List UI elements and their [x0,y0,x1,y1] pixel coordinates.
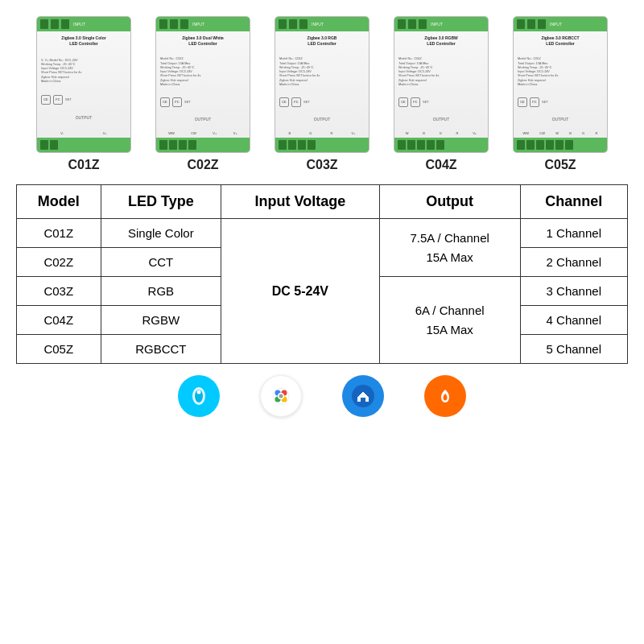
cell-channel-c02z: 2 Channel [520,248,627,277]
product-label-c04z: C04Z [425,158,456,172]
bottom-terminals-c01z [37,138,130,152]
svg-point-10 [279,394,283,398]
cell-led-c04z: RGBW [101,306,221,335]
device-image-c03z: INPUT Zigbee 3.0 RGBLED Controller Model… [275,16,369,153]
device-body-c01z: Zigbee 3.0 Single ColorLED Controller V-… [37,31,130,138]
top-terminals-c03z: INPUT [275,17,369,31]
cell-model-c01z: C01Z [17,219,101,248]
svg-point-3 [197,390,201,394]
device-body-c03z: Zigbee 3.0 RGBLED Controller Model No.: … [275,31,369,138]
cell-output-high: 7.5A / Channel15A Max [379,219,520,277]
product-item-c04z: INPUT Zigbee 3.0 RGBWLED Controller Mode… [385,16,497,172]
top-terminals-c02z: INPUT [156,17,250,31]
product-item-c02z: INPUT Zigbee 3.0 Dual WhiteLED Controlle… [147,16,259,172]
cell-led-c01z: Single Color [101,219,221,248]
bottom-terminals-c02z [156,138,250,152]
product-label-c03z: C03Z [306,158,337,172]
product-item-c03z: INPUT Zigbee 3.0 RGBLED Controller Model… [266,16,378,172]
cell-input-voltage: DC 5-24V [221,219,380,364]
cell-led-c02z: CCT [101,248,221,277]
page-wrapper: INPUT Zigbee 3.0 Single ColorLED Control… [0,0,644,644]
cell-led-c03z: RGB [101,277,221,306]
cell-channel-c05z: 5 Channel [520,335,627,364]
top-terminals-c04z: INPUT [394,17,488,31]
col-header-led-type: LED Type [101,185,221,219]
device-body-c05z: Zigbee 3.0 RGBCCTLED Controller Model No… [514,31,607,138]
tuya-icon [424,375,466,417]
table-row: C01Z Single Color DC 5-24V 7.5A / Channe… [17,219,628,248]
smart-life-icon [342,375,384,417]
cell-model-c02z: C02Z [17,248,101,277]
top-terminals-c01z: INPUT [37,17,130,31]
product-item-c01z: INPUT Zigbee 3.0 Single ColorLED Control… [27,16,140,172]
col-header-model: Model [17,185,101,219]
product-label-c05z: C05Z [544,158,576,172]
spec-table: Model LED Type Input Voltage Output Chan… [16,184,628,364]
cell-channel-c01z: 1 Channel [520,219,627,248]
bottom-terminals-c04z [394,138,488,152]
alexa-icon [178,375,220,417]
bottom-terminals-c05z [514,138,607,152]
col-header-input-voltage: Input Voltage [221,185,380,219]
cell-channel-c04z: 4 Channel [520,306,627,335]
app-icons-row [178,375,466,417]
cell-channel-c03z: 3 Channel [520,277,627,306]
product-label-c02z: C02Z [187,158,218,172]
device-image-c04z: INPUT Zigbee 3.0 RGBWLED Controller Mode… [394,16,489,153]
cell-model-c04z: C04Z [17,306,101,335]
bottom-terminals-c03z [275,138,369,152]
product-item-c05z: INPUT Zigbee 3.0 RGBCCTLED Controller Mo… [504,16,617,172]
cell-output-low: 6A / Channel15A Max [379,277,520,364]
cell-model-c05z: C05Z [17,335,101,364]
col-header-channel: Channel [520,185,627,219]
products-row: INPUT Zigbee 3.0 Single ColorLED Control… [8,16,636,172]
cell-led-c05z: RGBCCT [101,335,221,364]
device-image-c01z: INPUT Zigbee 3.0 Single ColorLED Control… [36,16,131,153]
device-image-c02z: INPUT Zigbee 3.0 Dual WhiteLED Controlle… [155,16,250,153]
top-terminals-c05z: INPUT [514,17,607,31]
product-label-c01z: C01Z [68,158,99,172]
google-assistant-icon [260,375,302,417]
svg-rect-12 [361,398,365,402]
device-body-c04z: Zigbee 3.0 RGBWLED Controller Model No.:… [394,31,488,138]
cell-model-c03z: C03Z [17,277,101,306]
col-header-output: Output [379,185,520,219]
device-body-c02z: Zigbee 3.0 Dual WhiteLED Controller Mode… [156,31,250,138]
device-image-c05z: INPUT Zigbee 3.0 RGBCCTLED Controller Mo… [513,16,608,153]
